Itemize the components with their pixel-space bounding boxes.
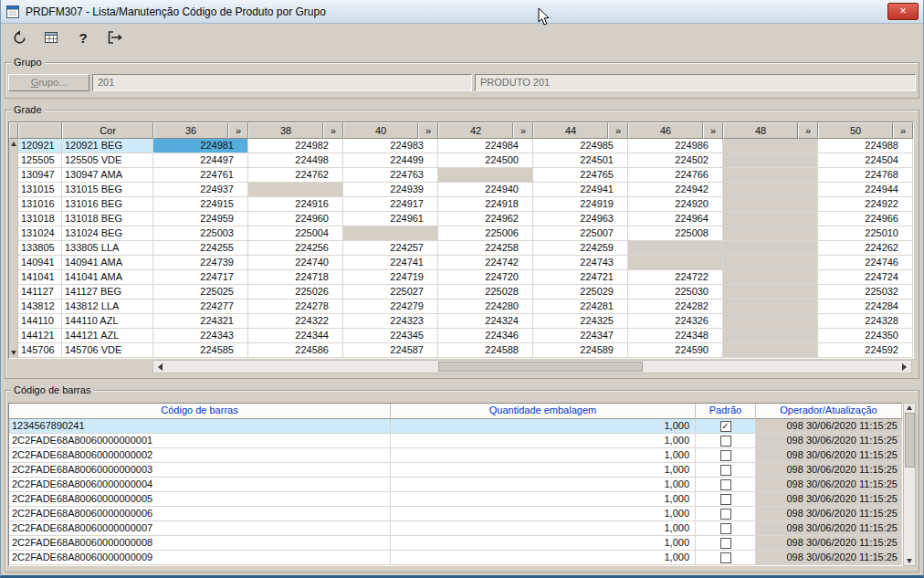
grade-cell-38[interactable]: 224740	[248, 256, 343, 270]
barras-cell-codigo[interactable]: 2C2FADE68A80060000000003	[9, 463, 391, 478]
scroll-up-icon[interactable]	[907, 405, 912, 410]
grade-cell-38[interactable]: 224498	[248, 153, 343, 168]
grade-cell-code[interactable]: 130947	[18, 168, 62, 183]
grade-cell-50[interactable]: 224724	[818, 270, 913, 285]
grade-cell-42[interactable]: 224500	[438, 153, 533, 168]
grade-cell-40[interactable]	[343, 226, 438, 241]
grade-cell-46[interactable]: 224986	[628, 139, 723, 153]
grade-cell-42[interactable]: 225028	[438, 285, 533, 300]
barras-cell-quantidade[interactable]: 1,000	[391, 551, 696, 565]
grade-cell-38[interactable]: 225004	[248, 226, 343, 241]
grade-cell-46[interactable]	[628, 241, 723, 256]
grade-cell-cor[interactable]: 120921 BEG	[62, 139, 153, 153]
barras-cell-quantidade[interactable]: 1,000	[391, 521, 696, 536]
barras-cell-codigo[interactable]: 2C2FADE68A80060000000004	[9, 478, 391, 492]
grade-cell-48[interactable]	[723, 168, 818, 183]
grade-vertical-scrollbar[interactable]	[9, 139, 18, 358]
grade-cell-42[interactable]: 224588	[438, 343, 533, 358]
grade-cell-48[interactable]	[723, 343, 818, 358]
help-button[interactable]: ?	[73, 27, 93, 47]
padrao-checkbox[interactable]	[720, 465, 731, 476]
grade-cell-38[interactable]: 224982	[248, 139, 343, 153]
scroll-down-icon[interactable]	[11, 351, 16, 355]
grade-cell-36[interactable]: 224959	[153, 212, 248, 226]
grade-cell-code[interactable]: 144121	[18, 329, 62, 343]
barras-vertical-scrollbar[interactable]	[903, 403, 916, 566]
grade-cell-36[interactable]: 225003	[153, 226, 248, 241]
grade-cell-36[interactable]: 224277	[153, 300, 248, 314]
barras-cell-codigo[interactable]: 2C2FADE68A80060000000007	[9, 521, 391, 536]
grade-cell-46[interactable]: 224326	[628, 314, 723, 329]
grade-cell-44[interactable]: 224765	[533, 168, 628, 183]
barras-cell-codigo[interactable]: 2C2FADE68A80060000000009	[9, 551, 391, 565]
grade-cell-36[interactable]: 224717	[153, 270, 248, 285]
grade-size-expand-46[interactable]: »	[703, 122, 723, 139]
grade-cell-50[interactable]: 224592	[818, 343, 913, 358]
grade-size-header-38[interactable]: 38	[248, 122, 323, 139]
grade-cell-36[interactable]: 225025	[153, 285, 248, 300]
grade-size-expand-50[interactable]: »	[893, 122, 913, 139]
grade-cell-46[interactable]: 225008	[628, 226, 723, 241]
grade-size-header-36[interactable]: 36	[153, 122, 228, 139]
grade-cell-50[interactable]: 224768	[818, 168, 913, 183]
grade-cell-46[interactable]	[628, 256, 723, 270]
grade-cell-42[interactable]: 224280	[438, 300, 533, 314]
grade-cell-44[interactable]: 224589	[533, 343, 628, 358]
grade-cell-cor[interactable]: 143812 LLA	[62, 300, 153, 314]
grade-cell-48[interactable]	[723, 153, 818, 168]
grade-cell-40[interactable]: 224741	[343, 256, 438, 270]
grade-horizontal-scrollbar[interactable]	[152, 360, 912, 373]
padrao-checkbox[interactable]	[720, 509, 731, 520]
grade-cell-46[interactable]: 224590	[628, 343, 723, 358]
grade-cell-46[interactable]: 224964	[628, 212, 723, 226]
grade-cell-48[interactable]	[723, 300, 818, 314]
grade-cell-48[interactable]	[723, 183, 818, 197]
grade-cell-50[interactable]: 224944	[818, 183, 913, 197]
grade-cell-38[interactable]: 224256	[248, 241, 343, 256]
exit-button[interactable]	[105, 27, 125, 47]
barras-cell-quantidade[interactable]: 1,000	[391, 434, 696, 448]
padrao-checkbox[interactable]	[720, 479, 731, 490]
grade-cell-code[interactable]: 141041	[18, 270, 62, 285]
grade-cell-cor[interactable]: 141041 AMA	[62, 270, 153, 285]
grade-cell-44[interactable]: 224347	[533, 329, 628, 343]
padrao-checkbox[interactable]	[720, 436, 731, 447]
grade-cell-42[interactable]: 224346	[438, 329, 533, 343]
grade-cell-code[interactable]: 141127	[18, 285, 62, 300]
scroll-right-icon[interactable]	[902, 363, 907, 371]
grade-cell-42[interactable]: 224324	[438, 314, 533, 329]
grade-cell-44[interactable]: 225029	[533, 285, 628, 300]
grade-cell-44[interactable]: 224259	[533, 241, 628, 256]
grade-cell-38[interactable]: 224718	[248, 270, 343, 285]
grade-size-expand-42[interactable]: »	[513, 122, 533, 139]
grade-cell-code[interactable]: 131024	[18, 226, 62, 241]
grade-size-header-44[interactable]: 44	[533, 122, 608, 139]
barras-cell-codigo[interactable]: 2C2FADE68A80060000000001	[9, 434, 391, 448]
grade-cell-code[interactable]: 131016	[18, 197, 62, 212]
padrao-checkbox[interactable]	[720, 450, 731, 461]
barras-header-codigo[interactable]: Código de barras	[9, 404, 391, 419]
grade-cell-48[interactable]	[723, 285, 818, 300]
padrao-checkbox[interactable]	[720, 421, 731, 432]
grade-cell-50[interactable]: 224746	[818, 256, 913, 270]
grade-cell-48[interactable]	[723, 212, 818, 226]
grade-cell-cor[interactable]: 131015 BEG	[62, 183, 153, 197]
barras-cell-quantidade[interactable]: 1,000	[391, 507, 696, 521]
grade-cell-44[interactable]: 224501	[533, 153, 628, 168]
grade-cell-38[interactable]: 225026	[248, 285, 343, 300]
grade-cell-50[interactable]: 224504	[818, 153, 913, 168]
barras-row[interactable]: 2C2FADE68A800600000000061,000098 30/06/2…	[9, 507, 902, 521]
grade-cell-36[interactable]: 224343	[153, 329, 248, 343]
padrao-checkbox[interactable]	[720, 552, 731, 563]
barras-cell-quantidade[interactable]: 1,000	[391, 478, 696, 492]
padrao-checkbox[interactable]	[720, 538, 731, 549]
barras-row[interactable]: 2C2FADE68A800600000000011,000098 30/06/2…	[9, 434, 902, 448]
barras-header-padrao[interactable]: Padrão	[696, 404, 756, 419]
grade-cell-50[interactable]: 224350	[818, 329, 913, 343]
grade-cell-42[interactable]: 225006	[438, 226, 533, 241]
grade-cell-42[interactable]: 224940	[438, 183, 533, 197]
grade-cell-cor[interactable]: 144110 AZL	[62, 314, 153, 329]
grade-cell-40[interactable]: 224983	[343, 139, 438, 153]
grade-cell-36[interactable]: 224761	[153, 168, 248, 183]
barras-cell-quantidade[interactable]: 1,000	[391, 448, 696, 463]
